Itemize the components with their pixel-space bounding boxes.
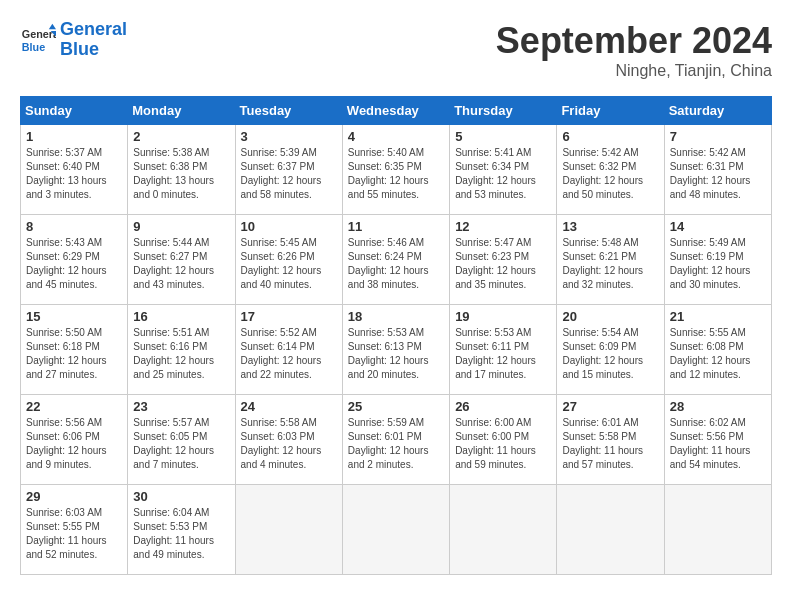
day-info: Sunrise: 5:57 AM Sunset: 6:05 PM Dayligh… [133,416,229,472]
calendar-cell: 28Sunrise: 6:02 AM Sunset: 5:56 PM Dayli… [664,395,771,485]
day-number: 16 [133,309,229,324]
calendar-cell: 23Sunrise: 5:57 AM Sunset: 6:05 PM Dayli… [128,395,235,485]
day-number: 7 [670,129,766,144]
calendar-cell: 5Sunrise: 5:41 AM Sunset: 6:34 PM Daylig… [450,125,557,215]
header-monday: Monday [128,97,235,125]
day-number: 20 [562,309,658,324]
calendar-table: SundayMondayTuesdayWednesdayThursdayFrid… [20,96,772,575]
day-info: Sunrise: 5:48 AM Sunset: 6:21 PM Dayligh… [562,236,658,292]
calendar-cell: 3Sunrise: 5:39 AM Sunset: 6:37 PM Daylig… [235,125,342,215]
day-number: 8 [26,219,122,234]
calendar-cell: 1Sunrise: 5:37 AM Sunset: 6:40 PM Daylig… [21,125,128,215]
day-info: Sunrise: 5:37 AM Sunset: 6:40 PM Dayligh… [26,146,122,202]
svg-text:General: General [22,28,56,40]
day-number: 28 [670,399,766,414]
day-number: 30 [133,489,229,504]
header-tuesday: Tuesday [235,97,342,125]
calendar-cell: 15Sunrise: 5:50 AM Sunset: 6:18 PM Dayli… [21,305,128,395]
calendar-cell: 11Sunrise: 5:46 AM Sunset: 6:24 PM Dayli… [342,215,449,305]
day-number: 23 [133,399,229,414]
day-number: 19 [455,309,551,324]
day-info: Sunrise: 5:55 AM Sunset: 6:08 PM Dayligh… [670,326,766,382]
calendar-cell [450,485,557,575]
day-number: 29 [26,489,122,504]
calendar-cell: 8Sunrise: 5:43 AM Sunset: 6:29 PM Daylig… [21,215,128,305]
svg-marker-2 [49,24,56,29]
day-info: Sunrise: 5:42 AM Sunset: 6:32 PM Dayligh… [562,146,658,202]
week-row-3: 15Sunrise: 5:50 AM Sunset: 6:18 PM Dayli… [21,305,772,395]
day-info: Sunrise: 5:51 AM Sunset: 6:16 PM Dayligh… [133,326,229,382]
day-info: Sunrise: 5:46 AM Sunset: 6:24 PM Dayligh… [348,236,444,292]
day-number: 25 [348,399,444,414]
day-number: 3 [241,129,337,144]
day-number: 2 [133,129,229,144]
logo-blue: Blue [60,39,99,59]
day-info: Sunrise: 5:54 AM Sunset: 6:09 PM Dayligh… [562,326,658,382]
calendar-cell: 19Sunrise: 5:53 AM Sunset: 6:11 PM Dayli… [450,305,557,395]
day-info: Sunrise: 5:41 AM Sunset: 6:34 PM Dayligh… [455,146,551,202]
day-info: Sunrise: 5:44 AM Sunset: 6:27 PM Dayligh… [133,236,229,292]
week-row-1: 1Sunrise: 5:37 AM Sunset: 6:40 PM Daylig… [21,125,772,215]
header-sunday: Sunday [21,97,128,125]
day-info: Sunrise: 5:56 AM Sunset: 6:06 PM Dayligh… [26,416,122,472]
title-area: September 2024 Ninghe, Tianjin, China [496,20,772,80]
calendar-cell [664,485,771,575]
calendar-cell: 9Sunrise: 5:44 AM Sunset: 6:27 PM Daylig… [128,215,235,305]
day-number: 15 [26,309,122,324]
day-number: 1 [26,129,122,144]
day-info: Sunrise: 6:01 AM Sunset: 5:58 PM Dayligh… [562,416,658,472]
day-number: 4 [348,129,444,144]
header-saturday: Saturday [664,97,771,125]
calendar-cell: 25Sunrise: 5:59 AM Sunset: 6:01 PM Dayli… [342,395,449,485]
calendar-cell: 29Sunrise: 6:03 AM Sunset: 5:55 PM Dayli… [21,485,128,575]
day-info: Sunrise: 5:50 AM Sunset: 6:18 PM Dayligh… [26,326,122,382]
header-thursday: Thursday [450,97,557,125]
calendar-cell: 13Sunrise: 5:48 AM Sunset: 6:21 PM Dayli… [557,215,664,305]
calendar-cell: 10Sunrise: 5:45 AM Sunset: 6:26 PM Dayli… [235,215,342,305]
day-number: 18 [348,309,444,324]
week-row-5: 29Sunrise: 6:03 AM Sunset: 5:55 PM Dayli… [21,485,772,575]
calendar-cell: 4Sunrise: 5:40 AM Sunset: 6:35 PM Daylig… [342,125,449,215]
calendar-cell [235,485,342,575]
day-info: Sunrise: 5:59 AM Sunset: 6:01 PM Dayligh… [348,416,444,472]
day-number: 26 [455,399,551,414]
header: General Blue General Blue September 2024… [20,20,772,80]
month-title: September 2024 [496,20,772,62]
day-info: Sunrise: 5:52 AM Sunset: 6:14 PM Dayligh… [241,326,337,382]
day-info: Sunrise: 6:04 AM Sunset: 5:53 PM Dayligh… [133,506,229,562]
header-row: SundayMondayTuesdayWednesdayThursdayFrid… [21,97,772,125]
calendar-cell: 27Sunrise: 6:01 AM Sunset: 5:58 PM Dayli… [557,395,664,485]
day-number: 9 [133,219,229,234]
calendar-cell: 7Sunrise: 5:42 AM Sunset: 6:31 PM Daylig… [664,125,771,215]
calendar-cell: 22Sunrise: 5:56 AM Sunset: 6:06 PM Dayli… [21,395,128,485]
header-wednesday: Wednesday [342,97,449,125]
calendar-cell: 21Sunrise: 5:55 AM Sunset: 6:08 PM Dayli… [664,305,771,395]
day-info: Sunrise: 5:42 AM Sunset: 6:31 PM Dayligh… [670,146,766,202]
day-number: 22 [26,399,122,414]
day-number: 5 [455,129,551,144]
calendar-cell: 26Sunrise: 6:00 AM Sunset: 6:00 PM Dayli… [450,395,557,485]
logo-text: General Blue [60,20,127,60]
day-number: 10 [241,219,337,234]
day-number: 27 [562,399,658,414]
logo-general: General [60,19,127,39]
week-row-4: 22Sunrise: 5:56 AM Sunset: 6:06 PM Dayli… [21,395,772,485]
calendar-cell: 14Sunrise: 5:49 AM Sunset: 6:19 PM Dayli… [664,215,771,305]
calendar-cell: 2Sunrise: 5:38 AM Sunset: 6:38 PM Daylig… [128,125,235,215]
week-row-2: 8Sunrise: 5:43 AM Sunset: 6:29 PM Daylig… [21,215,772,305]
location: Ninghe, Tianjin, China [496,62,772,80]
day-info: Sunrise: 5:40 AM Sunset: 6:35 PM Dayligh… [348,146,444,202]
day-info: Sunrise: 6:02 AM Sunset: 5:56 PM Dayligh… [670,416,766,472]
day-info: Sunrise: 5:47 AM Sunset: 6:23 PM Dayligh… [455,236,551,292]
day-info: Sunrise: 5:58 AM Sunset: 6:03 PM Dayligh… [241,416,337,472]
day-info: Sunrise: 5:38 AM Sunset: 6:38 PM Dayligh… [133,146,229,202]
day-info: Sunrise: 5:39 AM Sunset: 6:37 PM Dayligh… [241,146,337,202]
svg-text:Blue: Blue [22,41,45,53]
day-info: Sunrise: 6:03 AM Sunset: 5:55 PM Dayligh… [26,506,122,562]
day-info: Sunrise: 5:43 AM Sunset: 6:29 PM Dayligh… [26,236,122,292]
calendar-cell: 20Sunrise: 5:54 AM Sunset: 6:09 PM Dayli… [557,305,664,395]
calendar-cell: 16Sunrise: 5:51 AM Sunset: 6:16 PM Dayli… [128,305,235,395]
calendar-cell: 30Sunrise: 6:04 AM Sunset: 5:53 PM Dayli… [128,485,235,575]
logo-icon: General Blue [20,22,56,58]
day-number: 24 [241,399,337,414]
